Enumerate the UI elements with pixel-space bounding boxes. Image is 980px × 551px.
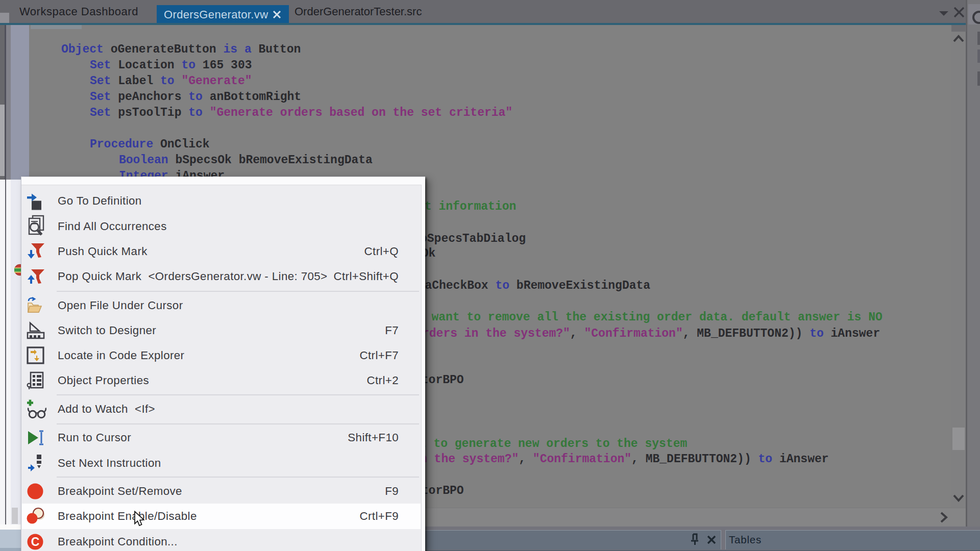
svg-text:C: C [31,535,40,548]
